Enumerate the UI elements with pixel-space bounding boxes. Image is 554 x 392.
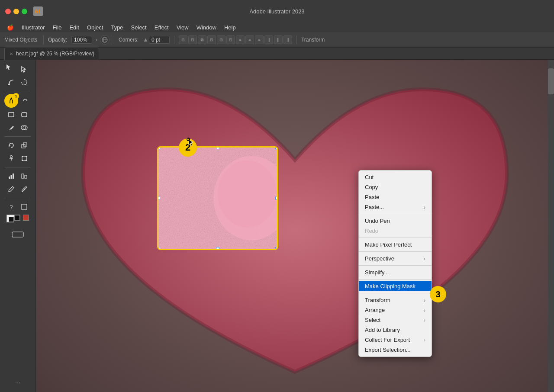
align-btn-12[interactable]: ||	[283, 35, 292, 44]
corners-up-icon[interactable]: ▲	[143, 36, 148, 43]
shape-builder-tool[interactable]	[18, 122, 30, 134]
align-btn-4[interactable]: ⊡	[207, 35, 216, 44]
column-graph-tool[interactable]	[18, 170, 30, 182]
ctx-paste-arrow: ›	[424, 205, 425, 210]
ctx-arrange-arrow: ›	[424, 308, 425, 313]
canvas-background	[36, 60, 554, 392]
pencil-tool[interactable]	[5, 122, 17, 134]
question-tool[interactable]: ?	[5, 201, 17, 213]
svg-rect-21	[11, 175, 12, 179]
annotation-badge-2: 2	[179, 138, 197, 157]
menu-edit[interactable]: Edit	[66, 24, 82, 31]
pen-tool[interactable]: 1	[4, 94, 18, 108]
align-btn-6[interactable]: ⊟	[226, 35, 235, 44]
align-btn-9[interactable]: ≡	[255, 35, 264, 44]
corners-value[interactable]: 0 pt	[149, 36, 170, 44]
ctx-select[interactable]: Select ›	[359, 315, 432, 325]
ctx-copy-label: Copy	[365, 184, 378, 190]
main-area: 1	[0, 60, 554, 392]
document-tab[interactable]: ✕ heart.jpg* @ 25 % (RGB/Preview)	[4, 48, 99, 60]
menu-effect[interactable]: Effect	[151, 24, 172, 31]
title-bar: Ai Adobe Illustrator 2023	[0, 0, 554, 22]
maximize-button[interactable]	[22, 9, 27, 14]
menu-illustrator[interactable]: Illustrator	[18, 24, 48, 31]
close-button[interactable]	[5, 9, 11, 14]
ctx-perspective[interactable]: Perspective ›	[359, 254, 432, 263]
ctx-make-pixel-perfect[interactable]: Make Pixel Perfect	[359, 240, 432, 250]
pink-rect-container: 2	[157, 146, 278, 250]
tab-close-icon[interactable]: ✕	[9, 51, 13, 56]
free-transform-tool[interactable]	[18, 152, 30, 164]
opacity-chevron[interactable]: ›	[96, 37, 97, 43]
align-btn-11[interactable]: ||	[274, 35, 283, 44]
ctx-add-to-library[interactable]: Add to Library	[359, 325, 432, 335]
align-buttons: ⊞ ⊟ ⊠ ⊡ ⊞ ⊟ ≡ ≡ ≡ || || ||	[179, 35, 292, 44]
scale-tool[interactable]	[18, 139, 30, 151]
minimize-button[interactable]	[13, 9, 19, 14]
ctx-redo: Redo	[359, 226, 432, 236]
pen-curve-tool[interactable]	[5, 76, 17, 88]
ctx-collect-for-export[interactable]: Collect For Export ›	[359, 335, 432, 345]
paintbrush-tool[interactable]	[5, 183, 17, 195]
ctx-transform[interactable]: Transform ›	[359, 295, 432, 305]
align-btn-3[interactable]: ⊠	[198, 35, 206, 44]
curvature-tool[interactable]	[19, 94, 31, 106]
globe-icon[interactable]	[100, 35, 110, 45]
align-btn-7[interactable]: ≡	[236, 35, 245, 44]
direct-select-tool[interactable]	[18, 63, 30, 75]
menu-object[interactable]: Object	[84, 24, 107, 31]
canvas-area[interactable]: 2	[36, 60, 554, 392]
scroll-thumb[interactable]	[548, 68, 554, 94]
gradient-color[interactable]	[23, 215, 29, 221]
menu-view[interactable]: View	[173, 24, 192, 31]
align-btn-2[interactable]: ⊟	[188, 35, 197, 44]
ctx-sep-3	[359, 251, 432, 252]
ctx-sep-2	[359, 238, 432, 238]
badge-1: 1	[13, 93, 19, 99]
tool-sep-3	[5, 167, 31, 167]
more-tools[interactable]: ···	[12, 376, 24, 389]
ctx-paste[interactable]: Paste	[359, 192, 432, 202]
align-btn-5[interactable]: ⊞	[217, 35, 225, 44]
selection-tool[interactable]	[5, 63, 17, 75]
ctx-copy[interactable]: Copy	[359, 182, 432, 192]
right-scrollbar[interactable]	[548, 60, 554, 392]
menu-select[interactable]: Select	[128, 24, 150, 31]
menu-type[interactable]: Type	[107, 24, 126, 31]
puppet-warp-tool[interactable]	[5, 152, 17, 164]
tool-row-6	[0, 152, 35, 164]
ctx-cut[interactable]: Cut	[359, 172, 432, 182]
ctx-add-to-library-label: Add to Library	[365, 327, 400, 333]
ctx-paste-special[interactable]: Paste... ›	[359, 202, 432, 212]
lasso-tool[interactable]	[18, 76, 30, 88]
align-btn-10[interactable]: ||	[264, 35, 273, 44]
stroke-color[interactable]	[14, 215, 20, 221]
rotate-tool[interactable]	[5, 139, 17, 151]
ctx-arrange[interactable]: Arrange ›	[359, 305, 432, 315]
opacity-value[interactable]: 100%	[71, 36, 92, 44]
tool-row-2	[0, 76, 35, 88]
ctx-simplify-label: Simplify...	[365, 269, 389, 276]
ctx-export-selection[interactable]: Export Selection...	[359, 345, 432, 355]
artboard-tool[interactable]	[18, 201, 30, 213]
menu-window[interactable]: Window	[193, 24, 220, 31]
mask-apply-tool[interactable]	[12, 228, 24, 241]
ctx-make-clipping-mask[interactable]: Make Clipping Mask	[359, 281, 432, 291]
rounded-rect-tool[interactable]	[18, 109, 30, 121]
tool-row-7	[0, 170, 35, 182]
align-btn-8[interactable]: ≡	[245, 35, 254, 44]
graph-tool[interactable]	[5, 170, 17, 182]
menu-help[interactable]: Help	[221, 24, 239, 31]
annotation-badge-3: 3	[430, 286, 446, 302]
fill-color[interactable]	[6, 215, 14, 222]
rectangle-tool[interactable]	[5, 109, 17, 121]
ctx-sep-6	[359, 293, 432, 293]
eyedropper-tool[interactable]	[18, 183, 30, 195]
ctx-undo-pen[interactable]: Undo Pen	[359, 216, 432, 226]
sel-handle-tc	[216, 146, 219, 149]
ctx-simplify[interactable]: Simplify...	[359, 267, 432, 277]
menu-file[interactable]: File	[49, 24, 65, 31]
opacity-label: Opacity:	[48, 37, 67, 43]
align-btn-1[interactable]: ⊞	[179, 35, 187, 44]
menu-apple[interactable]: 🍎	[3, 24, 17, 31]
